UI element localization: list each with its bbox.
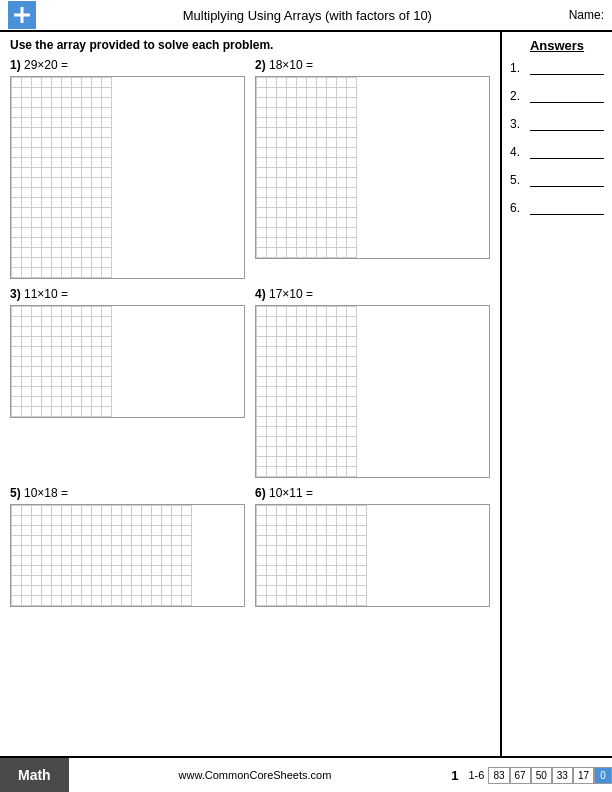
answer-blank: [530, 145, 604, 159]
array-grid-6: [255, 504, 490, 607]
footer-scores: 83675033170: [488, 767, 612, 784]
content-area: Use the array provided to solve each pro…: [0, 32, 502, 756]
score-box: 50: [531, 767, 552, 784]
problem-label-6: 6) 10×11 =: [255, 486, 490, 500]
problem-label-2: 2) 18×10 =: [255, 58, 490, 72]
problem-3: 3) 11×10 =: [10, 287, 245, 478]
answer-line-4: 4.: [510, 145, 604, 159]
footer-website: www.CommonCoreSheets.com: [69, 769, 442, 781]
problem-4: 4) 17×10 =: [255, 287, 490, 478]
problem-6: 6) 10×11 =: [255, 486, 490, 607]
problem-label-4: 4) 17×10 =: [255, 287, 490, 301]
name-label: Name:: [569, 8, 604, 22]
answer-number: 4.: [510, 145, 526, 159]
footer-page-number: 1: [451, 768, 458, 783]
answer-line-1: 1.: [510, 61, 604, 75]
answer-blank: [530, 201, 604, 215]
problems-grid: 1) 29×20 =2) 18×10 =3) 11×10 =4) 17×10 =…: [10, 58, 490, 607]
score-box: 67: [510, 767, 531, 784]
logo-icon: [8, 1, 36, 29]
answer-line-3: 3.: [510, 117, 604, 131]
page-footer: Math www.CommonCoreSheets.com 1 1-6 8367…: [0, 756, 612, 792]
array-grid-1: [10, 76, 245, 279]
problem-label-1: 1) 29×20 =: [10, 58, 245, 72]
array-grid-4: [255, 305, 490, 478]
problem-1: 1) 29×20 =: [10, 58, 245, 279]
score-box: 17: [573, 767, 594, 784]
answer-number: 3.: [510, 117, 526, 131]
footer-range: 1-6: [468, 769, 484, 781]
answers-list: 1.2.3.4.5.6.: [510, 61, 604, 215]
array-grid-5: [10, 504, 245, 607]
array-grid-3: [10, 305, 245, 418]
main-wrapper: Use the array provided to solve each pro…: [0, 32, 612, 756]
problem-label-3: 3) 11×10 =: [10, 287, 245, 301]
page-header: Multiplying Using Arrays (with factors o…: [0, 0, 612, 32]
score-box: 33: [552, 767, 573, 784]
answer-blank: [530, 89, 604, 103]
answer-number: 1.: [510, 61, 526, 75]
score-box: 0: [594, 767, 612, 784]
score-box: 83: [488, 767, 509, 784]
answer-number: 2.: [510, 89, 526, 103]
answer-line-5: 5.: [510, 173, 604, 187]
problem-label-5: 5) 10×18 =: [10, 486, 245, 500]
answer-number: 6.: [510, 201, 526, 215]
answer-blank: [530, 61, 604, 75]
instruction-text: Use the array provided to solve each pro…: [10, 38, 490, 52]
answer-line-6: 6.: [510, 201, 604, 215]
answers-title: Answers: [510, 38, 604, 53]
array-grid-2: [255, 76, 490, 259]
page-title: Multiplying Using Arrays (with factors o…: [46, 8, 569, 23]
answers-panel: Answers 1.2.3.4.5.6.: [502, 32, 612, 756]
problem-2: 2) 18×10 =: [255, 58, 490, 279]
answer-blank: [530, 173, 604, 187]
answer-blank: [530, 117, 604, 131]
answer-number: 5.: [510, 173, 526, 187]
answer-line-2: 2.: [510, 89, 604, 103]
problem-5: 5) 10×18 =: [10, 486, 245, 607]
footer-math-label: Math: [0, 758, 69, 792]
